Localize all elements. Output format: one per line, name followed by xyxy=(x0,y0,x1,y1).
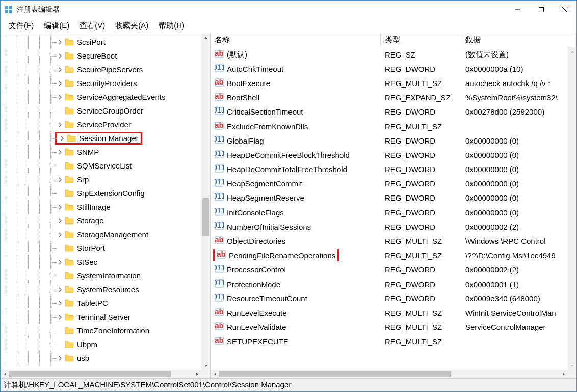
tree-node[interactable]: TabletPC xyxy=(1,296,201,310)
value-row[interactable]: 011GlobalFlagREG_DWORD0x00000000 (0) xyxy=(211,133,568,148)
tree-node[interactable]: usb xyxy=(1,351,201,365)
tree-node[interactable]: Session Manager xyxy=(1,131,201,145)
expand-icon[interactable] xyxy=(57,121,64,128)
tree-node[interactable]: ServiceProvider xyxy=(1,118,201,131)
tree-scrollbar-vertical[interactable] xyxy=(201,33,210,370)
scroll-down-icon[interactable] xyxy=(201,361,210,370)
registry-tree[interactable]: ScsiPortSecureBootSecurePipeServersSecur… xyxy=(1,33,201,365)
value-row[interactable]: abRunLevelExecuteREG_MULTI_SZWinInit Ser… xyxy=(211,305,568,320)
binary-value-icon: 011 xyxy=(215,192,224,203)
column-header-type[interactable]: 类型 xyxy=(381,33,461,47)
value-row[interactable]: 011NumberOfInitialSessionsREG_DWORD0x000… xyxy=(211,219,568,234)
value-row[interactable]: 011CriticalSectionTimeoutREG_DWORD0x0027… xyxy=(211,105,568,119)
expand-icon[interactable] xyxy=(59,135,66,142)
values-scrollbar-horizontal[interactable] xyxy=(211,370,568,378)
svg-text:011: 011 xyxy=(215,207,224,215)
expand-icon[interactable] xyxy=(57,52,64,60)
value-row[interactable]: 011AutoChkTimeoutREG_DWORD0x0000000a (10… xyxy=(211,62,568,76)
column-headers[interactable]: 名称 类型 数据 xyxy=(211,33,576,47)
tree-node[interactable]: TimeZoneInformation xyxy=(1,324,201,338)
expand-icon[interactable] xyxy=(57,355,64,362)
menu-view[interactable]: 查看(V) xyxy=(74,19,110,33)
expand-icon[interactable] xyxy=(57,341,64,348)
value-row[interactable]: 011ProcessorControlREG_DWORD0x00000002 (… xyxy=(211,263,568,277)
scroll-up-icon[interactable] xyxy=(568,47,576,56)
minimize-button[interactable] xyxy=(506,2,530,18)
tree-node[interactable]: SecurityProviders xyxy=(1,76,201,90)
expand-icon[interactable] xyxy=(57,176,64,183)
expand-icon[interactable] xyxy=(57,259,64,266)
value-row[interactable]: abObjectDirectoriesREG_MULTI_SZ\Windows … xyxy=(211,234,568,248)
expand-icon[interactable] xyxy=(57,94,64,101)
value-row[interactable]: abRunLevelValidateREG_MULTI_SZServiceCon… xyxy=(211,320,568,334)
tree-node[interactable]: Srp xyxy=(1,173,201,186)
expand-icon[interactable] xyxy=(57,327,64,334)
expand-icon[interactable] xyxy=(57,272,64,279)
expand-icon[interactable] xyxy=(57,39,64,46)
tree-node[interactable]: Terminal Server xyxy=(1,310,201,324)
value-row[interactable]: 011HeapSegmentReserveREG_DWORD0x00000000… xyxy=(211,191,568,205)
values-list[interactable]: ab(默认)REG_SZ(数值未设置)011AutoChkTimeoutREG_… xyxy=(211,47,568,349)
values-scrollbar-vertical[interactable] xyxy=(568,47,576,370)
tree-node[interactable]: ServiceGroupOrder xyxy=(1,104,201,118)
tree-node[interactable]: SystemResources xyxy=(1,283,201,296)
expand-icon[interactable] xyxy=(57,80,64,87)
value-row[interactable]: 011HeapDeCommitFreeBlockThresholdREG_DWO… xyxy=(211,148,568,162)
tree-scrollbar-horizontal[interactable] xyxy=(1,370,201,378)
value-row[interactable]: abBootExecuteREG_MULTI_SZautocheck autoc… xyxy=(211,76,568,90)
expand-icon[interactable] xyxy=(57,314,64,321)
scroll-left-icon[interactable] xyxy=(1,370,9,378)
expand-icon[interactable] xyxy=(57,245,64,252)
value-row[interactable]: 011HeapSegmentCommitREG_DWORD0x00000000 … xyxy=(211,177,568,191)
scroll-right-icon[interactable] xyxy=(193,370,201,378)
tree-node[interactable]: SecureBoot xyxy=(1,49,201,63)
value-row[interactable]: 011InitConsoleFlagsREG_DWORD0x00000000 (… xyxy=(211,205,568,219)
expand-icon[interactable] xyxy=(57,149,64,156)
expand-icon[interactable] xyxy=(57,217,64,225)
tree-node[interactable]: ServiceAggregatedEvents xyxy=(1,90,201,104)
tree-node[interactable]: StSec xyxy=(1,255,201,269)
scroll-down-icon[interactable] xyxy=(568,361,576,370)
menu-help[interactable]: 帮助(H) xyxy=(153,19,190,33)
menu-favorites[interactable]: 收藏夹(A) xyxy=(110,19,153,33)
column-header-data[interactable]: 数据 xyxy=(461,33,576,47)
expand-icon[interactable] xyxy=(57,231,64,238)
scroll-right-icon[interactable] xyxy=(559,370,568,378)
value-row[interactable]: abPendingFileRenameOperationsREG_MULTI_S… xyxy=(211,248,568,263)
expand-icon[interactable] xyxy=(57,190,64,197)
value-type: REG_DWORD xyxy=(381,208,461,217)
expand-icon[interactable] xyxy=(57,300,64,307)
expand-icon[interactable] xyxy=(57,204,64,211)
scroll-up-icon[interactable] xyxy=(201,33,210,42)
expand-icon[interactable] xyxy=(57,286,64,293)
expand-icon[interactable] xyxy=(57,107,64,115)
value-row[interactable]: ab(默认)REG_SZ(数值未设置) xyxy=(211,47,568,62)
expand-icon[interactable] xyxy=(57,162,64,170)
tree-node[interactable]: StorageManagement xyxy=(1,228,201,241)
tree-node[interactable]: SecurePipeServers xyxy=(1,63,201,76)
value-row[interactable]: 011HeapDeCommitTotalFreeThresholdREG_DWO… xyxy=(211,162,568,177)
value-row[interactable]: abSETUPEXECUTEREG_MULTI_SZ xyxy=(211,334,568,349)
scroll-left-icon[interactable] xyxy=(211,370,219,378)
tree-node[interactable]: ScsiPort xyxy=(1,35,201,49)
expand-icon[interactable] xyxy=(57,66,64,73)
menu-file[interactable]: 文件(F) xyxy=(4,19,39,33)
value-row[interactable]: abBootShellREG_EXPAND_SZ%SystemRoot%\sys… xyxy=(211,91,568,105)
tree-node[interactable]: SQMServiceList xyxy=(1,159,201,173)
tree-node[interactable]: SrpExtensionConfig xyxy=(1,186,201,200)
value-row[interactable]: abExcludeFromKnownDllsREG_MULTI_SZ xyxy=(211,119,568,133)
tree-node[interactable]: SystemInformation xyxy=(1,269,201,283)
value-row[interactable]: 011ProtectionModeREG_DWORD0x00000001 (1) xyxy=(211,277,568,291)
menu-edit[interactable]: 编辑(E) xyxy=(39,19,74,33)
close-button[interactable] xyxy=(553,2,576,18)
value-data: (数值未设置) xyxy=(461,50,568,60)
maximize-button[interactable] xyxy=(530,2,553,18)
tree-node[interactable]: StillImage xyxy=(1,200,201,214)
tree-node[interactable]: StorPort xyxy=(1,241,201,255)
column-header-name[interactable]: 名称 xyxy=(211,33,381,47)
value-name: AutoChkTimeout xyxy=(227,65,283,73)
tree-node[interactable]: Ubpm xyxy=(1,338,201,351)
tree-node[interactable]: Storage xyxy=(1,214,201,228)
value-row[interactable]: 011ResourceTimeoutCountREG_DWORD0x0009e3… xyxy=(211,291,568,305)
tree-node[interactable]: SNMP xyxy=(1,145,201,159)
